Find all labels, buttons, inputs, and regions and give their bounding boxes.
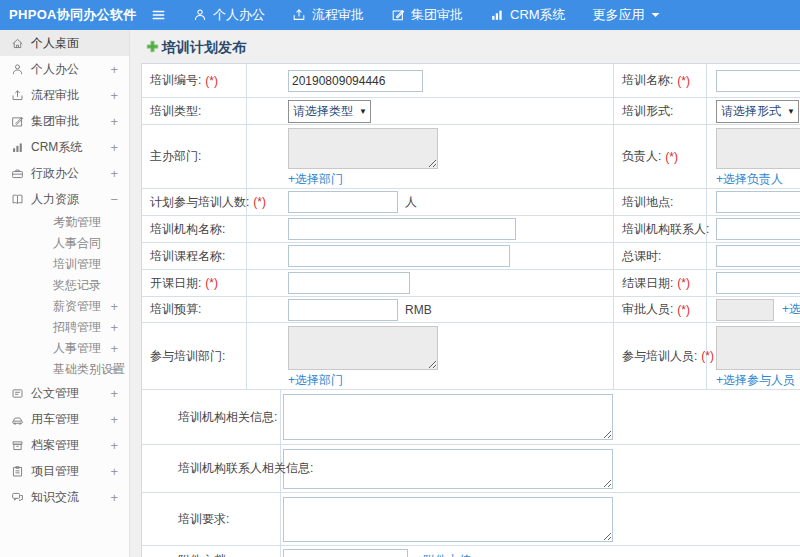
requirement-textarea[interactable] [283,497,613,542]
sidebar-item-admin-office[interactable]: 行政办公 + [0,160,129,186]
sidebar-subitem-recruitment[interactable]: 招聘管理 + [0,317,129,338]
host-dept-box[interactable] [288,128,438,169]
sidebar-item-label: 项目管理 [31,463,79,480]
join-staff-label: 参与培训人员: [622,348,697,365]
end-date-input[interactable] [716,272,800,294]
chat-icon [11,491,24,504]
sidebar-item-crm[interactable]: CRM系统 + [0,134,129,160]
leader-box[interactable] [716,128,800,169]
sidebar-subitem-base-category[interactable]: 基础类别设置 + [0,359,129,380]
training-form-select[interactable]: 请选择形式▼ [716,100,799,123]
sidebar-item-archive[interactable]: 档案管理 + [0,432,129,458]
sidebar-item-personal-office[interactable]: 个人办公 + [0,56,129,82]
sidebar-subitem-rewards[interactable]: 奖惩记录 [0,275,129,296]
sidebar-item-hr[interactable]: 人力资源 − [0,186,129,212]
planned-count-input[interactable] [288,191,398,213]
org-contact-input[interactable] [716,218,800,240]
sidebar-subitem-label: 培训管理 [53,256,101,273]
org-contact-info-textarea[interactable] [283,449,613,489]
training-name-input[interactable] [716,70,800,92]
budget-input[interactable] [288,299,398,321]
budget-label: 培训预算: [150,301,201,318]
required-mark: (*) [677,74,690,88]
expand-indicator: + [110,320,118,335]
caret-down-icon: ▼ [787,107,795,116]
start-date-input[interactable] [288,272,410,294]
org-contact-label: 培训机构联系人: [622,221,709,238]
required-mark: (*) [665,150,678,164]
sidebar-item-group-approval[interactable]: 集团审批 + [0,108,129,134]
nav-more-apps[interactable]: 更多应用 [593,6,660,24]
hamburger-icon[interactable] [151,8,166,22]
attachment-input[interactable] [283,549,408,557]
sidebar-subitem-hr-contract[interactable]: 人事合同 [0,233,129,254]
label-cell: 开课日期: (*) [142,270,247,296]
bar-chart-icon [11,141,24,154]
host-dept-label: 主办部门: [150,148,201,165]
form-row: 培训编号: (*) 培训名称: (*) [142,64,800,98]
select-dept-link[interactable]: +选择部门 [288,171,343,188]
total-hours-input[interactable] [716,245,800,267]
required-mark: (*) [677,303,690,317]
nav-label: 个人办公 [213,6,265,24]
car-icon [11,413,24,426]
join-staff-box[interactable] [716,326,800,370]
nav-crm[interactable]: CRM系统 [490,6,566,24]
sidebar-subitem-personnel[interactable]: 人事管理 + [0,338,129,359]
label-cell: 培训机构名称: [142,216,247,242]
unit-suffix: 人 [405,194,417,211]
approver-box[interactable] [716,299,774,321]
label-cell: 审批人员: (*) [614,297,707,322]
sidebar-subitem-attendance[interactable]: 考勤管理 [0,212,129,233]
field-cell [707,243,800,269]
join-dept-box[interactable] [288,326,438,370]
sidebar-item-desktop[interactable]: 个人桌面 [0,30,129,56]
org-info-textarea[interactable] [283,394,613,440]
field-cell [247,243,614,269]
select-approver-link[interactable]: +选择审批人员 [782,301,800,318]
sidebar-subitem-salary[interactable]: 薪资管理 + [0,296,129,317]
label-cell: 培训要求: [142,493,281,545]
bar-chart-icon [490,8,504,22]
nav-group-approval[interactable]: 集团审批 [391,6,463,24]
form-row: 培训要求: [142,493,800,546]
expand-indicator: + [110,438,118,453]
training-no-label: 培训编号: [150,72,201,89]
sidebar-subitem-training[interactable]: 培训管理 [0,254,129,275]
sidebar-item-document[interactable]: 公文管理 + [0,380,129,406]
label-cell: 培训课程名称: [142,243,247,269]
sidebar-item-label: 流程审批 [31,87,79,104]
select-join-staff-link[interactable]: +选择参与人员 [716,372,795,389]
location-input[interactable] [716,191,800,213]
form-row: 附件文档: +附件上传 [142,546,800,557]
sidebar-item-label: 集团审批 [31,113,79,130]
nav-personal-office[interactable]: 个人办公 [193,6,265,24]
field-cell: RMB [247,297,614,322]
required-mark: (*) [205,276,218,290]
select-dept-link[interactable]: +选择部门 [288,372,343,389]
archive-icon [11,439,24,452]
select-leader-link[interactable]: +选择负责人 [716,171,783,188]
share-icon [292,8,306,22]
label-cell: 参与培训人员: (*) [614,323,707,389]
sidebar-item-vehicle[interactable]: 用车管理 + [0,406,129,432]
expand-indicator: + [110,299,118,314]
training-type-select[interactable]: 请选择类型▼ [288,100,371,123]
sidebar-item-project[interactable]: 项目管理 + [0,458,129,484]
sidebar-item-workflow-approval[interactable]: 流程审批 + [0,82,129,108]
sidebar-item-knowledge[interactable]: 知识交流 + [0,484,129,510]
training-no-input[interactable] [288,70,423,92]
briefcase-icon [11,167,24,180]
org-name-input[interactable] [288,218,516,240]
sidebar-item-label: 个人办公 [31,61,79,78]
clipboard-icon [11,465,24,478]
course-name-input[interactable] [288,245,510,267]
nav-workflow-approval[interactable]: 流程审批 [292,6,364,24]
planned-count-label: 计划参与培训人数: [150,194,249,211]
form-row: 培训类型: 请选择类型▼ 培训形式: 请选择形式▼ [142,98,800,125]
field-cell [281,390,800,444]
page-title: 培训计划发布 [146,39,246,57]
attachment-upload-link[interactable]: +附件上传 [416,552,471,557]
form-row: 培训机构相关信息: [142,390,800,445]
expand-indicator: + [110,412,118,427]
